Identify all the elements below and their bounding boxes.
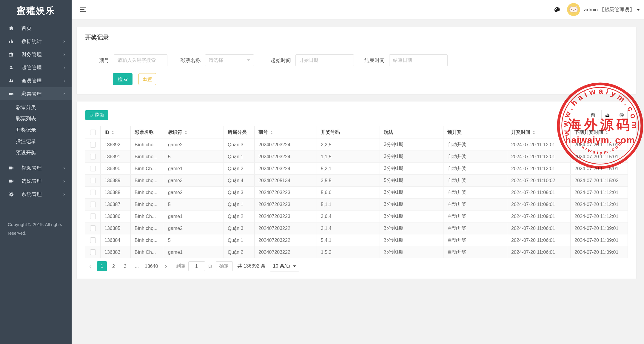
sidebar-item[interactable]: 彩票管理› bbox=[0, 87, 72, 100]
row-checkbox[interactable] bbox=[90, 178, 96, 183]
lottery-name-select[interactable]: 请选择 bbox=[205, 54, 254, 66]
row-checkbox-cell bbox=[85, 211, 101, 222]
sidebar-item[interactable]: 视频管理› bbox=[0, 161, 72, 174]
avatar-image bbox=[567, 3, 580, 16]
table-cell: 202407203222 bbox=[255, 234, 317, 246]
column-settings-button[interactable] bbox=[587, 110, 599, 120]
issue-search-input[interactable] bbox=[114, 54, 167, 66]
table-row: 136385Bình chọ...game2Quận 3202407203222… bbox=[85, 222, 628, 234]
sort-icon[interactable] bbox=[112, 131, 114, 134]
sidebar-subitem[interactable]: 预设开奖 bbox=[0, 147, 72, 158]
select-caret-icon bbox=[247, 59, 250, 61]
user-menu[interactable]: admin 【超级管理员】 bbox=[584, 6, 640, 13]
table-row: 136387Bình chọ...5Quận 12024072032235,1,… bbox=[85, 199, 628, 211]
records-table: ID彩票名称标识符所属分类期号开奖号码玩法预开奖开奖时间下期开奖时间 13639… bbox=[85, 126, 628, 258]
lottery-icon bbox=[8, 91, 14, 97]
prev-page-button[interactable]: ‹ bbox=[85, 261, 95, 271]
reset-button[interactable]: 重置 bbox=[138, 73, 156, 85]
confirm-button[interactable]: 确定 bbox=[216, 261, 233, 271]
row-checkbox-cell bbox=[85, 246, 101, 258]
sidebar-item[interactable]: 会员管理› bbox=[0, 74, 72, 87]
page-button[interactable]: 2 bbox=[109, 261, 118, 271]
table-cell: 5,2,1 bbox=[317, 163, 380, 174]
row-checkbox[interactable] bbox=[90, 166, 96, 171]
select-caret-icon bbox=[293, 265, 296, 267]
menu-toggle-icon[interactable] bbox=[80, 6, 86, 13]
table-cell: 136386 bbox=[101, 211, 131, 222]
column-header[interactable]: 期号 bbox=[255, 126, 317, 139]
sidebar-item[interactable]: 数据统计› bbox=[0, 35, 72, 48]
column-header[interactable]: 开奖号码 bbox=[317, 126, 380, 139]
sort-asc-arrow bbox=[185, 131, 187, 132]
table-cell: 136389 bbox=[101, 175, 131, 186]
sidebar-subitem[interactable]: 开奖记录 bbox=[0, 124, 72, 136]
table-cell: 3,5,5 bbox=[317, 175, 380, 186]
sort-icon[interactable] bbox=[185, 131, 187, 134]
table-cell: game1 bbox=[164, 246, 224, 258]
column-header[interactable]: ID bbox=[101, 126, 131, 139]
table-cell: Bình chọ... bbox=[131, 139, 164, 150]
table-cell: Bình chọ... bbox=[131, 222, 164, 234]
table-cell: Quận 1 bbox=[224, 151, 255, 162]
sort-desc-arrow bbox=[270, 133, 273, 134]
sidebar-subitem[interactable]: 彩票分类 bbox=[0, 102, 72, 113]
column-header[interactable]: 彩票名称 bbox=[131, 126, 164, 139]
table-cell: 5,4,1 bbox=[317, 234, 380, 246]
sidebar-item[interactable]: 超管管理› bbox=[0, 61, 72, 74]
row-checkbox[interactable] bbox=[90, 202, 96, 207]
sidebar-item[interactable]: 系统管理› bbox=[0, 188, 72, 201]
page-button[interactable]: 1 bbox=[97, 261, 107, 271]
page-jump-input[interactable] bbox=[188, 261, 205, 271]
page-size-select[interactable]: 10 条/页 bbox=[270, 261, 300, 271]
table-row: 136386Bình Ch...game1Quận 22024072032233… bbox=[85, 211, 628, 222]
select-all-checkbox[interactable] bbox=[90, 130, 96, 135]
table-cell: 自动开奖 bbox=[443, 187, 507, 198]
theme-palette-icon[interactable] bbox=[554, 6, 560, 13]
page-button[interactable]: 3 bbox=[120, 261, 130, 271]
row-checkbox[interactable] bbox=[90, 190, 96, 195]
sort-icon[interactable] bbox=[606, 131, 608, 134]
table-cell: 1,5,2 bbox=[317, 246, 380, 258]
column-header[interactable]: 所属分类 bbox=[224, 126, 255, 139]
sidebar-subitem[interactable]: 彩票列表 bbox=[0, 113, 72, 124]
sort-icon[interactable] bbox=[533, 131, 535, 134]
avatar[interactable] bbox=[567, 3, 580, 16]
end-date-input[interactable] bbox=[389, 54, 448, 66]
sidebar-item[interactable]: 财务管理› bbox=[0, 48, 72, 61]
table-row: 136391Bình chọ...5Quận 12024072032241,1,… bbox=[85, 151, 628, 163]
lottery-name-label: 彩票名称 bbox=[180, 57, 201, 64]
column-header[interactable]: 玩法 bbox=[380, 126, 443, 139]
video-icon bbox=[8, 178, 14, 184]
sidebar-subitem[interactable]: 投注记录 bbox=[0, 136, 72, 147]
row-checkbox[interactable] bbox=[90, 142, 96, 148]
column-header[interactable]: 标识符 bbox=[164, 126, 224, 139]
column-header[interactable]: 预开奖 bbox=[443, 126, 507, 139]
column-header[interactable]: 开奖时间 bbox=[507, 126, 571, 139]
sidebar-item[interactable]: 选妃管理› bbox=[0, 174, 72, 188]
print-button[interactable] bbox=[616, 110, 628, 120]
search-button[interactable]: 检索 bbox=[113, 73, 133, 85]
row-checkbox[interactable] bbox=[90, 154, 96, 159]
row-checkbox[interactable] bbox=[90, 225, 96, 231]
row-checkbox[interactable] bbox=[90, 237, 96, 243]
column-header-label: 预开奖 bbox=[447, 129, 462, 136]
sidebar-item[interactable]: 首页 bbox=[0, 22, 72, 35]
sidebar-item-label: 选妃管理 bbox=[21, 178, 63, 185]
sidebar-menu: 首页数据统计›财务管理›超管管理›会员管理›彩票管理›彩票分类彩票列表开奖记录投… bbox=[0, 22, 72, 201]
table-cell: Bình chọ... bbox=[131, 199, 164, 210]
table-cell: 自动开奖 bbox=[443, 163, 507, 174]
column-header[interactable]: 下期开奖时间 bbox=[571, 126, 628, 139]
bank-icon bbox=[8, 52, 14, 57]
table-cell: 2024-07-20 11:06:01 bbox=[507, 234, 571, 246]
table-cell: Quận 2 bbox=[224, 163, 255, 174]
start-date-input[interactable] bbox=[295, 54, 354, 66]
page-ellipsis: ... bbox=[132, 261, 142, 271]
next-page-button[interactable]: › bbox=[161, 261, 171, 271]
row-checkbox[interactable] bbox=[90, 249, 96, 255]
row-checkbox[interactable] bbox=[90, 214, 96, 219]
sort-icon[interactable] bbox=[270, 131, 273, 134]
page-button[interactable]: 13640 bbox=[144, 261, 159, 271]
table-cell: 5,1,1 bbox=[317, 199, 380, 210]
refresh-button[interactable]: 刷新 bbox=[85, 110, 108, 120]
export-button[interactable] bbox=[601, 110, 613, 120]
